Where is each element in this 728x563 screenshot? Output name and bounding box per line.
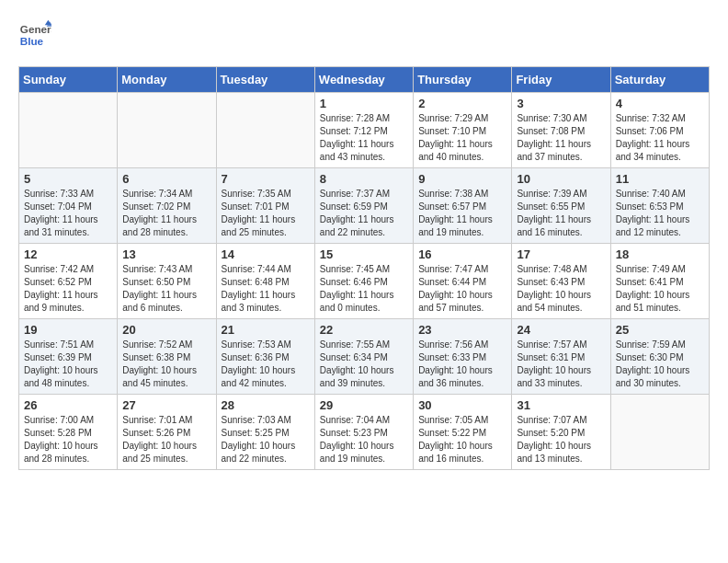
calendar-cell: 18Sunrise: 7:49 AM Sunset: 6:41 PM Dayli… [610,244,709,319]
calendar-cell: 21Sunrise: 7:53 AM Sunset: 6:36 PM Dayli… [216,319,314,395]
day-info: Sunrise: 7:28 AM Sunset: 7:12 PM Dayligh… [320,112,408,164]
weekday-header-tuesday: Tuesday [216,67,314,93]
day-number: 7 [222,172,310,186]
day-info: Sunrise: 7:30 AM Sunset: 7:08 PM Dayligh… [517,112,605,164]
day-info: Sunrise: 7:59 AM Sunset: 6:30 PM Dayligh… [616,339,704,390]
calendar-cell: 6Sunrise: 7:34 AM Sunset: 7:02 PM Daylig… [118,168,216,244]
day-info: Sunrise: 7:51 AM Sunset: 6:39 PM Dayligh… [24,339,112,390]
calendar-cell: 5Sunrise: 7:33 AM Sunset: 7:04 PM Daylig… [19,168,118,244]
calendar-cell: 7Sunrise: 7:35 AM Sunset: 7:01 PM Daylig… [216,168,314,244]
calendar-cell: 31Sunrise: 7:07 AM Sunset: 5:20 PM Dayli… [512,395,610,470]
day-number: 23 [418,323,506,337]
day-number: 29 [320,398,408,412]
calendar-cell: 22Sunrise: 7:55 AM Sunset: 6:34 PM Dayli… [314,319,413,395]
day-number: 22 [320,323,408,337]
day-number: 12 [24,247,112,261]
day-number: 4 [616,97,704,110]
day-info: Sunrise: 7:44 AM Sunset: 6:48 PM Dayligh… [222,263,310,315]
day-info: Sunrise: 7:29 AM Sunset: 7:10 PM Dayligh… [418,112,506,164]
calendar-cell: 13Sunrise: 7:43 AM Sunset: 6:50 PM Dayli… [118,244,216,319]
day-info: Sunrise: 7:55 AM Sunset: 6:34 PM Dayligh… [320,339,408,390]
calendar-cell [19,93,118,168]
calendar-week-2: 5Sunrise: 7:33 AM Sunset: 7:04 PM Daylig… [19,168,710,244]
day-info: Sunrise: 7:40 AM Sunset: 6:53 PM Dayligh… [616,188,704,239]
day-number: 18 [616,247,704,261]
day-number: 15 [320,247,408,261]
calendar-cell: 12Sunrise: 7:42 AM Sunset: 6:52 PM Dayli… [19,244,118,319]
day-info: Sunrise: 7:33 AM Sunset: 7:04 PM Dayligh… [24,188,112,239]
day-info: Sunrise: 7:01 AM Sunset: 5:26 PM Dayligh… [122,414,210,465]
weekday-header-sunday: Sunday [19,67,118,93]
day-info: Sunrise: 7:43 AM Sunset: 6:50 PM Dayligh… [122,263,210,315]
calendar-cell: 17Sunrise: 7:48 AM Sunset: 6:43 PM Dayli… [512,244,610,319]
calendar-cell: 15Sunrise: 7:45 AM Sunset: 6:46 PM Dayli… [314,244,413,319]
weekday-header-friday: Friday [512,67,610,93]
day-info: Sunrise: 7:34 AM Sunset: 7:02 PM Dayligh… [122,188,210,239]
day-info: Sunrise: 7:03 AM Sunset: 5:25 PM Dayligh… [222,414,310,465]
day-number: 6 [122,172,210,186]
calendar-cell: 16Sunrise: 7:47 AM Sunset: 6:44 PM Dayli… [414,244,512,319]
calendar-cell [216,93,314,168]
calendar-cell: 10Sunrise: 7:39 AM Sunset: 6:55 PM Dayli… [512,168,610,244]
calendar-cell: 9Sunrise: 7:38 AM Sunset: 6:57 PM Daylig… [414,168,512,244]
calendar-week-5: 26Sunrise: 7:00 AM Sunset: 5:28 PM Dayli… [19,395,710,470]
calendar-cell: 4Sunrise: 7:32 AM Sunset: 7:06 PM Daylig… [610,93,709,168]
day-info: Sunrise: 7:52 AM Sunset: 6:38 PM Dayligh… [122,339,210,390]
calendar-cell: 14Sunrise: 7:44 AM Sunset: 6:48 PM Dayli… [216,244,314,319]
day-number: 1 [320,97,408,110]
calendar-cell: 28Sunrise: 7:03 AM Sunset: 5:25 PM Dayli… [216,395,314,470]
day-info: Sunrise: 7:49 AM Sunset: 6:41 PM Dayligh… [616,263,704,315]
weekday-header-monday: Monday [118,67,216,93]
day-info: Sunrise: 7:53 AM Sunset: 6:36 PM Dayligh… [222,339,310,390]
calendar-week-4: 19Sunrise: 7:51 AM Sunset: 6:39 PM Dayli… [19,319,710,395]
weekday-header-row: SundayMondayTuesdayWednesdayThursdayFrid… [19,67,710,93]
weekday-header-saturday: Saturday [610,67,709,93]
day-info: Sunrise: 7:47 AM Sunset: 6:44 PM Dayligh… [418,263,506,315]
day-number: 21 [222,323,310,337]
day-number: 25 [616,323,704,337]
day-info: Sunrise: 7:56 AM Sunset: 6:33 PM Dayligh… [418,339,506,390]
calendar-cell: 23Sunrise: 7:56 AM Sunset: 6:33 PM Dayli… [414,319,512,395]
day-number: 20 [122,323,210,337]
day-info: Sunrise: 7:57 AM Sunset: 6:31 PM Dayligh… [517,339,605,390]
logo: General Blue [18,18,51,52]
calendar-cell: 20Sunrise: 7:52 AM Sunset: 6:38 PM Dayli… [118,319,216,395]
day-info: Sunrise: 7:48 AM Sunset: 6:43 PM Dayligh… [517,263,605,315]
calendar-cell: 3Sunrise: 7:30 AM Sunset: 7:08 PM Daylig… [512,93,610,168]
calendar-week-3: 12Sunrise: 7:42 AM Sunset: 6:52 PM Dayli… [19,244,710,319]
day-info: Sunrise: 7:00 AM Sunset: 5:28 PM Dayligh… [24,414,112,465]
day-number: 14 [222,247,310,261]
calendar-table: SundayMondayTuesdayWednesdayThursdayFrid… [18,66,710,470]
weekday-header-thursday: Thursday [414,67,512,93]
day-number: 11 [616,172,704,186]
calendar-cell: 29Sunrise: 7:04 AM Sunset: 5:23 PM Dayli… [314,395,413,470]
calendar-cell: 11Sunrise: 7:40 AM Sunset: 6:53 PM Dayli… [610,168,709,244]
calendar-cell: 2Sunrise: 7:29 AM Sunset: 7:10 PM Daylig… [414,93,512,168]
calendar-cell: 8Sunrise: 7:37 AM Sunset: 6:59 PM Daylig… [314,168,413,244]
day-info: Sunrise: 7:45 AM Sunset: 6:46 PM Dayligh… [320,263,408,315]
calendar-cell: 19Sunrise: 7:51 AM Sunset: 6:39 PM Dayli… [19,319,118,395]
calendar-week-1: 1Sunrise: 7:28 AM Sunset: 7:12 PM Daylig… [19,93,710,168]
day-number: 27 [122,398,210,412]
day-info: Sunrise: 7:07 AM Sunset: 5:20 PM Dayligh… [517,414,605,465]
calendar-cell: 24Sunrise: 7:57 AM Sunset: 6:31 PM Dayli… [512,319,610,395]
weekday-header-wednesday: Wednesday [314,67,413,93]
day-number: 19 [24,323,112,337]
day-info: Sunrise: 7:32 AM Sunset: 7:06 PM Dayligh… [616,112,704,164]
day-info: Sunrise: 7:39 AM Sunset: 6:55 PM Dayligh… [517,188,605,239]
day-number: 30 [418,398,506,412]
calendar-cell: 1Sunrise: 7:28 AM Sunset: 7:12 PM Daylig… [314,93,413,168]
calendar-cell: 27Sunrise: 7:01 AM Sunset: 5:26 PM Dayli… [118,395,216,470]
day-number: 17 [517,247,605,261]
day-info: Sunrise: 7:35 AM Sunset: 7:01 PM Dayligh… [222,188,310,239]
day-number: 31 [517,398,605,412]
day-number: 3 [517,97,605,110]
logo-icon: General Blue [18,18,51,52]
calendar-cell: 30Sunrise: 7:05 AM Sunset: 5:22 PM Dayli… [414,395,512,470]
day-number: 2 [418,97,506,110]
day-number: 28 [222,398,310,412]
calendar-cell: 25Sunrise: 7:59 AM Sunset: 6:30 PM Dayli… [610,319,709,395]
svg-text:Blue: Blue [20,35,44,47]
calendar-cell [118,93,216,168]
calendar-cell: 26Sunrise: 7:00 AM Sunset: 5:28 PM Dayli… [19,395,118,470]
